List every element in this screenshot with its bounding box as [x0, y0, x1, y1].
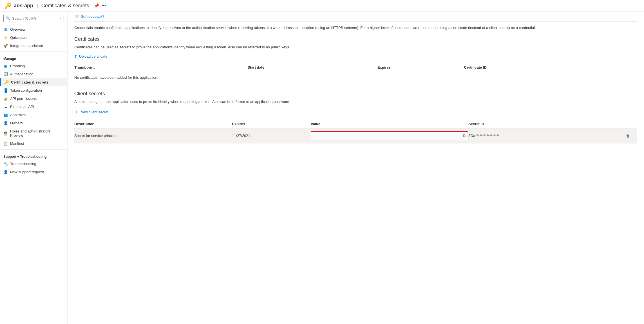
feedback-bar[interactable]: 🤍 Got feedback? [74, 12, 637, 22]
sidebar-item-api-permissions[interactable]: 🔒 API permissions [0, 94, 67, 103]
integration-icon: 🚀 [3, 44, 8, 48]
col-thumbprint: Thumbprint [74, 65, 247, 69]
manifest-icon: 📋 [3, 141, 8, 146]
secrets-table: Description Expires Value Secret ID Secr… [74, 120, 637, 143]
new-client-secret-button[interactable]: ＋ New client secret [74, 109, 637, 115]
certs-table-header: Thumbprint Start date Expires Certificat… [74, 63, 637, 72]
sidebar-item-integration[interactable]: 🚀 Integration assistant [0, 42, 67, 50]
sidebar-item-expose-api[interactable]: ☁ Expose an API [0, 103, 67, 111]
intro-description: Credentials enable confidential applicat… [74, 25, 637, 31]
sidebar-item-label: Manifest [10, 141, 24, 146]
col-actions [626, 122, 637, 126]
sidebar-item-label: API permissions [10, 96, 37, 101]
sidebar: 🔍 « ⊞ Overview ⚡ Quickstart 🚀 Integratio… [0, 12, 68, 324]
branding-icon: ▦ [3, 64, 8, 68]
support-label: Support + Troubleshooting [0, 151, 67, 160]
pin-icon[interactable]: 📌 [94, 3, 99, 8]
page-title: Certificates & secrets [41, 3, 89, 9]
sidebar-item-branding[interactable]: ▦ Branding [0, 62, 67, 70]
sidebar-item-manifest[interactable]: 📋 Manifest [0, 140, 67, 148]
top-bar: 🔑 ads-app | Certificates & secrets 📌 ••• [0, 0, 644, 12]
upload-icon: ⬆ [74, 54, 77, 58]
client-secrets-title: Client secrets [74, 91, 637, 97]
sidebar-item-support[interactable]: 👤 New support request [0, 168, 67, 176]
sidebar-item-quickstart[interactable]: ⚡ Quickstart [0, 33, 67, 42]
feedback-text: Got feedback? [80, 14, 104, 19]
more-options-icon[interactable]: ••• [102, 3, 106, 8]
sidebar-item-overview[interactable]: ⊞ Overview [0, 25, 67, 33]
app-icon: 🔑 [5, 2, 12, 9]
copy-icon[interactable]: ⧉ [463, 133, 466, 138]
certificates-title: Certificates [74, 36, 637, 42]
secret-id: 8Oa***************** [468, 134, 626, 138]
col-description: Description [74, 122, 232, 126]
troubleshooting-icon: 🔧 [3, 162, 8, 166]
quickstart-icon: ⚡ [3, 35, 8, 40]
sidebar-item-label: Token configuration [10, 88, 42, 93]
authentication-icon: 🔄 [3, 72, 8, 76]
new-secret-label: New client secret [80, 110, 108, 114]
secret-expires: 11/27/2021 [232, 134, 311, 138]
sidebar-item-label: Branding [10, 64, 25, 68]
upload-label: Upload certificate [79, 54, 107, 58]
separator: | [37, 3, 38, 9]
sidebar-item-authentication[interactable]: 🔄 Authentication [0, 70, 67, 78]
sidebar-item-label: Authentication [10, 72, 33, 76]
col-secret-id: Secret ID [468, 122, 626, 126]
heart-icon: 🤍 [74, 14, 79, 19]
manage-label: Manage [0, 53, 67, 62]
roles-admin-icon: 🧑‍💼 [3, 131, 8, 136]
certificates-icon: 🔑 [4, 80, 9, 84]
sidebar-item-app-roles[interactable]: 👥 App roles [0, 111, 67, 119]
sidebar-item-owners[interactable]: 👤 Owners [0, 119, 67, 127]
secrets-table-header: Description Expires Value Secret ID [74, 120, 637, 129]
sidebar-item-label: Quickstart [10, 35, 27, 40]
col-cert-id: Certificate ID [464, 65, 637, 69]
sidebar-item-label: Certificates & secrets [11, 80, 48, 84]
col-value: Value [311, 122, 468, 126]
secret-description: Secret for service principal [74, 134, 232, 138]
delete-secret-button[interactable]: 🗑 [626, 134, 637, 138]
secret-row: Secret for service principal 11/27/2021 … [74, 129, 637, 143]
search-box[interactable]: 🔍 « [3, 15, 64, 22]
app-name: ads-app [14, 3, 33, 9]
sidebar-item-label: Overview [10, 27, 25, 32]
col-expires: Expires [377, 65, 464, 69]
support-icon: 👤 [3, 170, 8, 174]
sidebar-item-label: Expose an API [10, 105, 34, 109]
certificates-table: Thumbprint Start date Expires Certificat… [74, 63, 637, 83]
no-certs-message: No certificates have been added for this… [74, 72, 637, 83]
sidebar-item-roles-admin[interactable]: 🧑‍💼 Roles and administrators | Preview [0, 127, 67, 140]
sidebar-item-troubleshooting[interactable]: 🔧 Troubleshooting [0, 160, 67, 168]
expose-api-icon: ☁ [3, 105, 8, 109]
upload-certificate-button[interactable]: ⬆ Upload certificate [74, 54, 637, 58]
sidebar-item-label: App roles [10, 113, 26, 117]
search-input[interactable] [12, 16, 58, 21]
api-permissions-icon: 🔒 [3, 96, 8, 101]
collapse-btn[interactable]: « [59, 17, 61, 21]
sidebar-item-token[interactable]: ▐▌ Token configuration [0, 86, 67, 94]
owners-icon: 👤 [3, 121, 8, 125]
sidebar-item-label: Roles and administrators | Preview [10, 129, 64, 138]
secret-value-cell: ⧉ [311, 131, 468, 140]
client-secrets-desc: A secret string that the application use… [74, 99, 637, 105]
sidebar-item-certificates[interactable]: 🔑 Certificates & secrets [0, 78, 67, 86]
certificates-desc: Certificates can be used as secrets to p… [74, 44, 637, 50]
app-roles-icon: 👥 [3, 113, 8, 117]
sidebar-item-label: Troubleshooting [10, 162, 36, 166]
overview-icon: ⊞ [3, 27, 8, 32]
sidebar-item-label: Integration assistant [10, 44, 43, 48]
col-start-date: Start date [247, 65, 377, 69]
token-icon: ▐▌ [3, 88, 8, 93]
main-content: 🤍 Got feedback? Credentials enable confi… [68, 12, 644, 324]
sidebar-item-label: New support request [10, 170, 44, 174]
plus-icon: ＋ [74, 109, 79, 115]
col-expires: Expires [232, 122, 311, 126]
search-icon: 🔍 [6, 16, 10, 21]
sidebar-item-label: Owners [10, 121, 23, 125]
